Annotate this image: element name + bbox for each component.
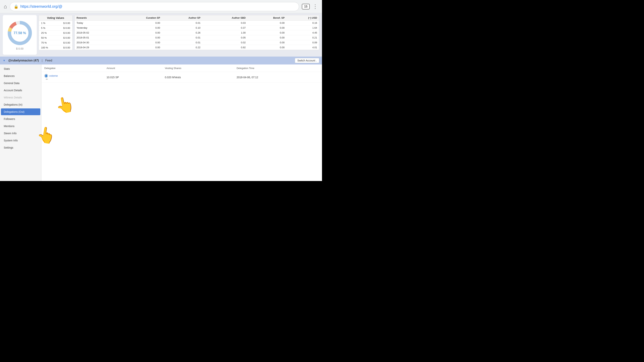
vv-row-75pct: 75 % $ 0.00 bbox=[39, 40, 72, 45]
main-panel: Delegatee Amount Vesting Shares Delegati… bbox=[42, 64, 322, 181]
rewards-widget: Rewards Curation SP Author SP Author SBD… bbox=[74, 15, 319, 50]
rewards-cell-author-sbd: 0.37 bbox=[202, 26, 248, 30]
delegatee-link[interactable]: 👤 voteme bbox=[44, 74, 101, 78]
rewards-cell-benef: 0.00 bbox=[248, 35, 286, 40]
rewards-cell-author-sbd: 0.05 bbox=[202, 35, 248, 40]
nav-bar: ▼ @rubelynmacion (47) | Feed Switch Acco… bbox=[0, 56, 322, 64]
rewards-cell-benef: 0.00 bbox=[248, 30, 286, 35]
rewards-cell-period: 2018-05-02 bbox=[75, 30, 116, 35]
main-content: 77.58 % $ 0.00 Voting Values 1 % $ 0.00 … bbox=[0, 13, 322, 181]
rewards-cell-author-sp: 0.01 bbox=[162, 35, 202, 40]
rewards-cell-curation: 0.00 bbox=[116, 45, 162, 50]
rewards-cell-period: 2018-04-29 bbox=[75, 45, 116, 50]
user-avatar-icon: 👤 bbox=[44, 74, 48, 78]
rewards-cell-usd: 1.64 bbox=[286, 26, 319, 30]
sidebar-item-balances[interactable]: Balances bbox=[1, 72, 40, 80]
rewards-cell-curation: 0.00 bbox=[116, 35, 162, 40]
col-time: Delegation Time bbox=[234, 64, 322, 72]
sidebar-item-witness-details[interactable]: Witness Details bbox=[1, 94, 40, 101]
rewards-table: Rewards Curation SP Author SP Author SBD… bbox=[75, 15, 319, 50]
rewards-cell-author-sbd: 0.92 bbox=[202, 45, 248, 50]
rewards-col-author-sp: Author SP bbox=[162, 15, 202, 20]
vv-row-100pct: 100 % $ 0.00 bbox=[39, 45, 72, 50]
sidebar: StatsBalancesGeneral DataAccount Details… bbox=[0, 64, 42, 181]
sidebar-item-followers[interactable]: Followers bbox=[1, 116, 40, 122]
rewards-cell-benef: 0.00 bbox=[248, 26, 286, 30]
deleg-cell-time: 2018-04-06, 07:12 bbox=[234, 72, 322, 83]
rewards-col-author-sbd: Author SBD bbox=[202, 15, 248, 20]
nav-feed-link[interactable]: Feed bbox=[45, 59, 52, 62]
rewards-row: 2018-04-30 0.00 0.01 0.02 0.00 0.09 bbox=[75, 40, 319, 45]
browser-menu-button[interactable]: ⋮ bbox=[312, 4, 318, 10]
sidebar-item-delegations--in-[interactable]: Delegations (In) bbox=[1, 101, 40, 108]
home-button[interactable]: ⌂ bbox=[4, 4, 7, 10]
donut-chart: 77.58 % bbox=[6, 20, 33, 46]
rewards-cell-curation: 0.00 bbox=[116, 40, 162, 45]
delegation-row: 👤 voteme ✏ 10.015 SP 0.020 MVests 2018-0… bbox=[42, 72, 322, 83]
address-bar[interactable]: 🔒 https://steemworld.org/@ bbox=[10, 2, 299, 11]
deleg-cell-delegatee: 👤 voteme ✏ bbox=[42, 72, 104, 83]
rewards-col-period: Rewards bbox=[75, 15, 116, 20]
rewards-col-benef: Benef. SP bbox=[248, 15, 286, 20]
vv-row-25pct: 25 % $ 0.00 bbox=[39, 30, 72, 36]
top-stats-area: 77.58 % $ 0.00 Voting Values 1 % $ 0.00 … bbox=[0, 13, 322, 56]
url-text: https://steemworld.org/@ bbox=[20, 4, 62, 9]
rewards-cell-benef: 0.00 bbox=[248, 20, 286, 26]
rewards-cell-author-sbd: 0.03 bbox=[202, 20, 248, 26]
rewards-cell-usd: 4.01 bbox=[286, 45, 319, 50]
rewards-cell-period: Yesterday bbox=[75, 26, 116, 30]
rewards-cell-usd: 0.16 bbox=[286, 20, 319, 26]
rewards-row: Yesterday 0.00 0.10 0.37 0.00 1.64 bbox=[75, 26, 319, 30]
rewards-cell-author-sp: 0.01 bbox=[162, 40, 202, 45]
vv-row-5pct: 5 % $ 0.00 bbox=[39, 26, 72, 30]
rewards-cell-author-sbd: 0.02 bbox=[202, 40, 248, 45]
rewards-cell-usd: 4.45 bbox=[286, 30, 319, 35]
rewards-cell-curation: 0.00 bbox=[116, 20, 162, 26]
sidebar-item-mentions[interactable]: Mentions bbox=[1, 123, 40, 130]
rewards-col-curation: Curation SP bbox=[116, 15, 162, 20]
rewards-row: 2018-05-01 0.00 0.01 0.05 0.00 0.21 bbox=[75, 35, 319, 40]
dropdown-arrow-icon: ▼ bbox=[3, 59, 6, 62]
rewards-cell-period: Today bbox=[75, 20, 116, 26]
rewards-row: 2018-04-29 0.00 0.22 0.92 0.00 4.01 bbox=[75, 45, 319, 50]
vv-row-1pct: 1 % $ 0.00 bbox=[39, 21, 72, 26]
voting-power-percentage: 77.58 % bbox=[14, 31, 26, 35]
sidebar-item-steem-info[interactable]: Steem Info bbox=[1, 130, 40, 137]
rewards-cell-usd: 0.21 bbox=[286, 35, 319, 40]
sidebar-item-settings[interactable]: Settings bbox=[1, 144, 40, 151]
rewards-cell-period: 2018-04-30 bbox=[75, 40, 116, 45]
rewards-cell-author-sp: 0.10 bbox=[162, 26, 202, 30]
rewards-cell-usd: 0.09 bbox=[286, 40, 319, 45]
rewards-cell-author-sbd: 1.00 bbox=[202, 30, 248, 35]
vv-row-50pct: 50 % $ 0.00 bbox=[39, 36, 72, 40]
edit-icon[interactable]: ✏ bbox=[46, 78, 48, 81]
sidebar-item-system-info[interactable]: System Info bbox=[1, 137, 40, 144]
rewards-col-usd: (~) USD bbox=[286, 15, 319, 20]
switch-account-button[interactable]: Switch Account . bbox=[295, 58, 319, 63]
col-vesting: Vesting Shares bbox=[162, 64, 234, 72]
lock-icon: 🔒 bbox=[14, 4, 18, 9]
sidebar-item-general-data[interactable]: General Data bbox=[1, 80, 40, 86]
tabs-button[interactable]: 15 bbox=[302, 4, 310, 10]
voting-power-usd: $ 0.00 bbox=[16, 47, 24, 50]
rewards-cell-curation: 0.00 bbox=[116, 30, 162, 35]
nav-separator: | bbox=[42, 59, 42, 62]
voting-values-title: Voting Values bbox=[39, 15, 72, 21]
deleg-cell-vesting: 0.020 MVests bbox=[162, 72, 234, 83]
rewards-cell-curation: 0.00 bbox=[116, 26, 162, 30]
deleg-cell-amount: 10.015 SP bbox=[104, 72, 162, 83]
voting-values-widget: Voting Values 1 % $ 0.00 5 % $ 0.00 25 %… bbox=[39, 15, 72, 50]
rewards-cell-author-sp: 0.26 bbox=[162, 30, 202, 35]
delegations-table: Delegatee Amount Vesting Shares Delegati… bbox=[42, 64, 322, 83]
nav-account-label: @rubelynmacion (47) bbox=[8, 59, 39, 62]
rewards-row: 2018-05-02 0.00 0.26 1.00 0.00 4.45 bbox=[75, 30, 319, 35]
voting-power-widget: 77.58 % $ 0.00 bbox=[3, 15, 37, 55]
col-amount: Amount bbox=[104, 64, 162, 72]
sidebar-item-delegations--out-[interactable]: Delegations (Out) bbox=[1, 108, 40, 115]
rewards-cell-author-sp: 0.01 bbox=[162, 20, 202, 26]
rewards-cell-period: 2018-05-01 bbox=[75, 35, 116, 40]
rewards-cell-benef: 0.00 bbox=[248, 45, 286, 50]
sidebar-item-stats[interactable]: Stats bbox=[1, 66, 40, 72]
col-delegatee: Delegatee bbox=[42, 64, 104, 72]
sidebar-item-account-details[interactable]: Account Details bbox=[1, 87, 40, 94]
